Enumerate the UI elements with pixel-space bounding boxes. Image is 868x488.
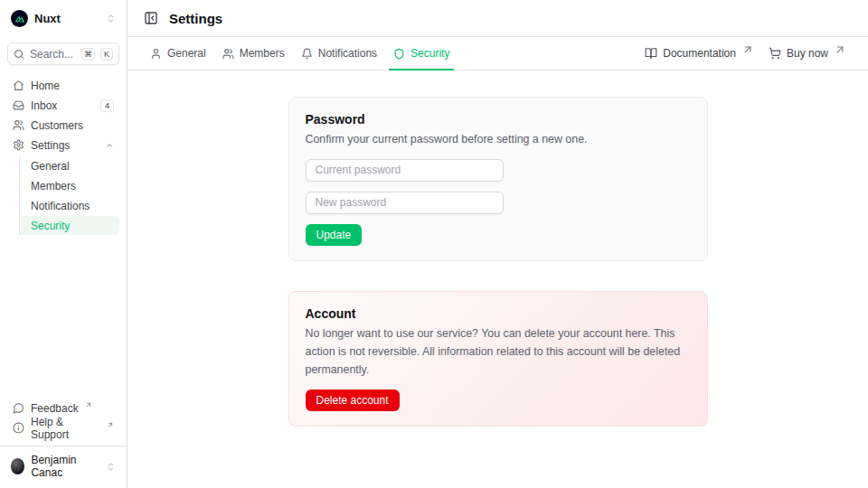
current-password-field[interactable] (306, 159, 504, 182)
settings-content: Password Confirm your current password b… (127, 70, 868, 488)
kbd-meta: ⌘ (81, 48, 95, 61)
inbox-count-badge: 4 (100, 99, 114, 112)
password-card-title: Password (306, 112, 691, 127)
gear-icon (13, 139, 24, 151)
buy-now-link[interactable]: Buy now (761, 37, 854, 70)
chevrons-up-down-icon (106, 462, 116, 472)
external-link-icon (741, 43, 754, 56)
user-name: Benjamin Canac (31, 454, 99, 479)
tab-notifications[interactable]: Notifications (293, 37, 385, 70)
sidebar-item-label: Customers (31, 119, 83, 132)
info-circle-icon (13, 422, 24, 434)
external-link-icon (85, 401, 92, 408)
sidebar: Nuxt Search... ⌘ K Home Inbox 4 (0, 0, 127, 488)
inbox-icon (13, 99, 24, 111)
tab-label: Security (410, 47, 449, 60)
search-placeholder: Search... (30, 48, 76, 61)
delete-account-button[interactable]: Delete account (306, 389, 400, 411)
sidebar-item-label: Feedback (31, 402, 79, 415)
bell-icon (301, 48, 313, 60)
sidebar-item-label: Members (31, 180, 76, 192)
shield-icon (393, 48, 405, 60)
chevrons-up-down-icon (106, 14, 116, 23)
search-input[interactable]: Search... ⌘ K (7, 42, 119, 65)
home-icon (13, 80, 24, 91)
avatar (11, 458, 24, 474)
top-link-label: Documentation (663, 47, 736, 60)
team-selector[interactable]: Nuxt (7, 7, 119, 30)
sidebar-item-customers[interactable]: Customers (7, 116, 119, 135)
tab-label: Notifications (318, 47, 377, 60)
update-password-button[interactable]: Update (306, 224, 363, 246)
nuxt-logo-icon (11, 10, 28, 27)
book-open-icon (645, 47, 657, 60)
sidebar-item-home[interactable]: Home (7, 76, 119, 95)
tab-label: General (167, 47, 206, 60)
main-panel: Settings General Members Notifications S… (127, 0, 868, 488)
account-card-description: No longer want to use our service? You c… (306, 325, 691, 380)
password-card: Password Confirm your current password b… (288, 97, 708, 261)
sidebar-item-label: Inbox (31, 99, 57, 112)
tabbar-spacer (458, 37, 637, 70)
users-icon (13, 119, 24, 131)
chat-bubble-icon (13, 402, 24, 414)
sidebar-item-label: General (31, 160, 70, 173)
account-card-title: Account (306, 306, 691, 321)
sidebar-footer-nav: Feedback Help & Support (7, 399, 119, 438)
users-icon (222, 48, 234, 60)
user-menu[interactable]: Benjamin Canac (7, 446, 119, 481)
new-password-field[interactable] (306, 192, 504, 214)
top-link-label: Buy now (787, 47, 828, 60)
collapse-sidebar-button[interactable] (142, 9, 160, 27)
sidebar-spacer (7, 237, 119, 399)
sidebar-item-label: Security (31, 220, 70, 232)
search-icon (14, 49, 24, 60)
password-card-description: Confirm your current password before set… (306, 131, 691, 149)
chevron-up-icon (105, 141, 114, 150)
settings-subnav: General Members Notifications Security (19, 156, 119, 235)
sidebar-item-security[interactable]: Security (20, 216, 119, 235)
page-title: Settings (169, 11, 222, 26)
sidebar-item-label: Settings (31, 139, 70, 152)
settings-tabbar: General Members Notifications Security (127, 37, 868, 70)
sidebar-item-general[interactable]: General (20, 156, 119, 175)
sidebar-item-settings[interactable]: Settings (7, 136, 119, 155)
sidebar-item-inbox[interactable]: Inbox 4 (7, 96, 119, 115)
sidebar-item-label: Notifications (31, 200, 90, 212)
sidebar-item-members[interactable]: Members (20, 176, 119, 195)
sidebar-item-help-support[interactable]: Help & Support (7, 418, 119, 437)
account-card: Account No longer want to use our servic… (288, 291, 708, 427)
sidebar-nav: Home Inbox 4 Customers Settings (7, 76, 119, 237)
panel-left-close-icon (144, 11, 158, 25)
sidebar-item-label: Help & Support (31, 416, 100, 441)
tab-members[interactable]: Members (214, 37, 293, 70)
tab-security[interactable]: Security (385, 37, 458, 70)
shopping-cart-icon (769, 47, 781, 60)
external-link-icon (107, 421, 114, 428)
page-header: Settings (127, 0, 868, 37)
user-icon (150, 48, 162, 60)
sidebar-item-label: Home (31, 80, 60, 92)
documentation-link[interactable]: Documentation (637, 37, 761, 70)
team-name: Nuxt (34, 12, 61, 25)
tab-general[interactable]: General (142, 37, 214, 70)
kbd-k: K (100, 48, 113, 61)
sidebar-item-notifications[interactable]: Notifications (20, 196, 119, 215)
tab-label: Members (240, 47, 285, 60)
external-link-icon (834, 43, 846, 56)
